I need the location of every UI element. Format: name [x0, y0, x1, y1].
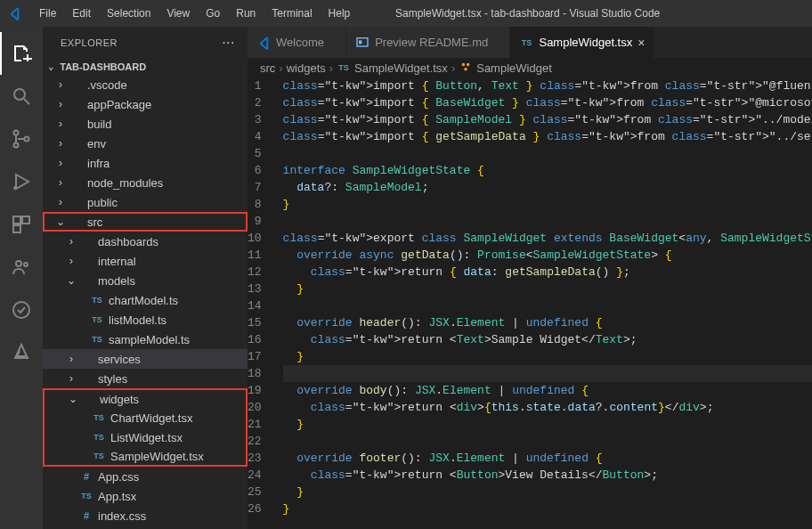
teams-icon[interactable]	[0, 246, 43, 289]
chevron-right-icon: ›	[53, 118, 68, 130]
menu-view[interactable]: View	[159, 4, 197, 23]
tree-item-widgets[interactable]: ⌄widgets	[43, 388, 248, 408]
teams-toolkit-icon[interactable]	[0, 289, 43, 331]
extensions-icon[interactable]	[0, 203, 43, 246]
tab-welcome[interactable]: Welcome×	[248, 27, 346, 58]
breadcrumb-item[interactable]: SampleWidget.tsx	[354, 61, 448, 75]
sidebar-section[interactable]: ⌄ TAB-DASHBOARD	[43, 58, 248, 75]
ts-file-icon: TS	[89, 315, 105, 324]
chevron-down-icon: ⌄	[53, 216, 68, 228]
tree-item-infra[interactable]: ›infra	[43, 153, 248, 173]
chevron-right-icon: ›	[329, 61, 333, 75]
tree-item-sampleModel-ts[interactable]: ›TSsampleModel.ts	[43, 330, 248, 349]
tree-item--vscode[interactable]: ›.vscode	[43, 75, 248, 94]
code-content[interactable]: class="t-kw">import { Button, Text } cla…	[278, 77, 812, 529]
tree-item-label: src	[87, 216, 102, 229]
svg-point-11	[13, 302, 29, 318]
chevron-down-icon: ⌄	[64, 274, 78, 287]
tree-item-ListWidget-tsx[interactable]: ›TSListWidget.tsx	[43, 427, 248, 447]
menu-go[interactable]: Go	[199, 4, 227, 23]
tree-item-SampleWidget-tsx[interactable]: ›TSSampleWidget.tsx	[43, 447, 248, 467]
svg-rect-8	[13, 225, 20, 232]
tab-preview-readme-md[interactable]: Preview README.md×	[346, 27, 510, 58]
svg-point-10	[24, 263, 28, 266]
tree-item-App-tsx[interactable]: ›TSApp.tsx	[43, 486, 248, 506]
search-icon[interactable]	[0, 75, 43, 118]
css-file-icon: #	[78, 510, 94, 521]
tree-item-label: infra	[87, 157, 110, 170]
breadcrumb-item[interactable]: src	[260, 61, 275, 75]
editor-tabs: Welcome×Preview README.md×TSSampleWidget…	[248, 27, 812, 58]
chevron-right-icon: ›	[64, 235, 78, 248]
tree-item-label: ChartWidget.tsx	[110, 411, 192, 425]
menu-help[interactable]: Help	[321, 4, 358, 23]
files-icon[interactable]	[0, 32, 43, 75]
chevron-right-icon: ›	[279, 61, 282, 75]
tree-item-label: env	[87, 137, 106, 151]
menu-file[interactable]: File	[32, 4, 63, 23]
tree-item-public[interactable]: ›public	[43, 192, 248, 212]
menu-run[interactable]: Run	[229, 4, 263, 23]
tab-label: Welcome	[276, 36, 324, 49]
svg-rect-6	[13, 216, 20, 224]
vscode-logo	[7, 6, 21, 20]
svg-point-9	[16, 261, 21, 266]
ts-file-icon: TS	[91, 413, 107, 422]
vscode-icon	[256, 36, 271, 50]
chevron-right-icon: ›	[53, 157, 68, 169]
tree-item-index-css[interactable]: ›#index.css	[43, 506, 248, 525]
chevron-down-icon: ⌄	[66, 393, 80, 405]
close-icon[interactable]: ×	[637, 36, 645, 50]
menu-edit[interactable]: Edit	[65, 4, 98, 23]
chevron-right-icon: ›	[451, 61, 455, 75]
breadcrumb: src›widgets›TSSampleWidget.tsx›SampleWid…	[248, 58, 812, 77]
section-label: TAB-DASHBOARD	[60, 61, 146, 72]
svg-rect-13	[359, 40, 361, 44]
svg-point-5	[13, 186, 17, 190]
tree-item-App-css[interactable]: ›#App.css	[43, 467, 248, 486]
breadcrumb-item[interactable]: SampleWidget	[476, 61, 552, 75]
tree-item-label: .vscode	[87, 78, 127, 92]
svg-line-1	[24, 99, 29, 104]
tree-item-env[interactable]: ›env	[43, 134, 248, 153]
chevron-right-icon: ›	[53, 98, 68, 110]
tree-item-build[interactable]: ›build	[43, 114, 248, 134]
svg-point-4	[25, 137, 29, 142]
tree-item-dashboards[interactable]: ›dashboards	[43, 232, 248, 251]
tree-item-styles[interactable]: ›styles	[43, 369, 248, 388]
ts-icon: TS	[519, 36, 533, 50]
tab-label: Preview README.md	[375, 36, 488, 49]
tab-label: SampleWidget.tsx	[539, 36, 632, 49]
ts-file-icon: TS	[89, 296, 105, 305]
file-tree: ›.vscode›appPackage›build›env›infra›node…	[43, 75, 248, 529]
tree-item-label: ListWidget.tsx	[110, 431, 183, 444]
tree-item-appPackage[interactable]: ›appPackage	[43, 94, 248, 114]
line-gutter: 1 2 3 4 5 6 7 8 9 10 11 12 13 14 15 16 1…	[248, 77, 278, 529]
menu-selection[interactable]: Selection	[100, 4, 158, 23]
tree-item-label: appPackage	[87, 98, 151, 111]
tab-samplewidget-tsx[interactable]: TSSampleWidget.tsx×	[510, 27, 654, 58]
svg-point-2	[14, 131, 19, 135]
tree-item-ChartWidget-tsx[interactable]: ›TSChartWidget.tsx	[43, 408, 248, 427]
azure-icon[interactable]	[0, 331, 43, 374]
sidebar-more-icon[interactable]: ···	[222, 35, 235, 51]
tree-item-label: public	[87, 196, 118, 209]
run-debug-icon[interactable]	[0, 160, 43, 203]
source-control-icon[interactable]	[0, 118, 43, 160]
breadcrumb-item[interactable]: widgets	[287, 61, 326, 75]
tree-item-chartModel-ts[interactable]: ›TSchartModel.ts	[43, 290, 248, 310]
tree-item-internal[interactable]: ›internal	[43, 251, 248, 271]
chevron-right-icon: ›	[53, 176, 68, 189]
tree-item-listModel-ts[interactable]: ›TSlistModel.ts	[43, 310, 248, 330]
svg-point-0	[14, 89, 25, 100]
tree-item-label: listModel.ts	[109, 313, 166, 327]
svg-point-14	[462, 62, 466, 66]
tree-item-label: dashboards	[98, 235, 158, 248]
tree-item-node_modules[interactable]: ›node_modules	[43, 173, 248, 192]
ts-file-icon: TS	[91, 452, 107, 460]
menu-terminal[interactable]: Terminal	[264, 4, 319, 23]
tree-item-models[interactable]: ⌄models	[43, 271, 248, 290]
tree-item-label: services	[98, 353, 141, 366]
tree-item-src[interactable]: ⌄src	[43, 212, 248, 232]
tree-item-services[interactable]: ›services	[43, 349, 248, 369]
